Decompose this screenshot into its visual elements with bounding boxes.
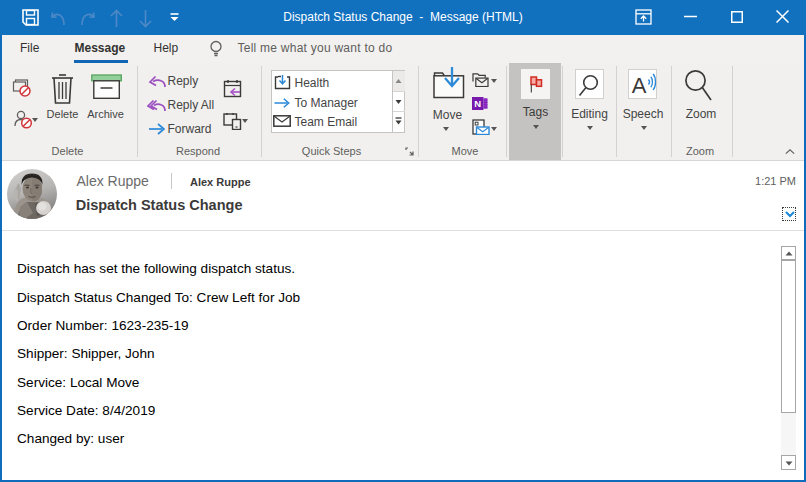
svg-text:A: A	[632, 73, 647, 95]
svg-text:N: N	[474, 98, 481, 109]
